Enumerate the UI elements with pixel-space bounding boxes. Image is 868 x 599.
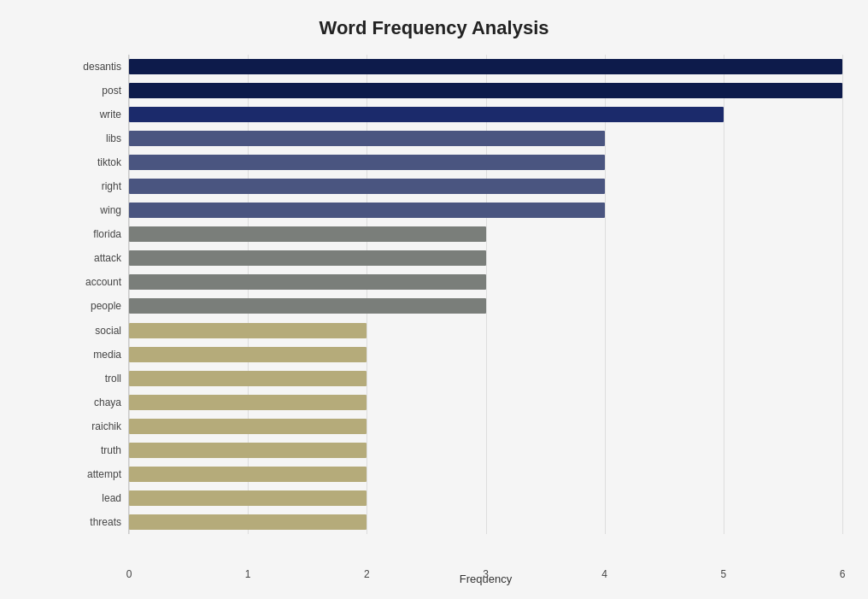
y-label: threats — [68, 517, 121, 527]
bar-row — [129, 369, 842, 388]
bar — [129, 467, 367, 482]
y-label: florida — [68, 229, 121, 239]
bar-row — [129, 465, 842, 484]
y-label: right — [68, 181, 121, 191]
grid-line — [724, 55, 724, 534]
bar-row — [129, 225, 842, 244]
grid-line — [486, 55, 487, 534]
x-tick-label: 6 — [840, 568, 846, 580]
y-label: account — [68, 277, 121, 287]
bar-row — [129, 489, 842, 508]
bar — [129, 226, 486, 242]
grid-line — [367, 55, 367, 534]
bar — [129, 298, 486, 314]
x-tick-label: 2 — [364, 568, 370, 580]
chart-area: desantispostwritelibstiktokrightwingflor… — [68, 55, 842, 534]
bar — [129, 179, 605, 194]
y-label: libs — [68, 133, 121, 144]
bar — [129, 107, 724, 122]
bar-row — [129, 273, 842, 291]
bar — [129, 323, 367, 338]
y-label: tiktok — [68, 157, 121, 167]
chart-title: Word Frequency Analysis — [26, 17, 842, 39]
bar-row — [129, 129, 842, 148]
bar-row — [129, 417, 842, 436]
bar-row — [129, 105, 842, 124]
y-label: troll — [68, 373, 121, 384]
grid-lines — [129, 55, 842, 534]
bar — [129, 347, 367, 362]
y-label: chaya — [68, 397, 121, 408]
y-label: media — [68, 349, 121, 360]
bar-row — [129, 297, 842, 315]
y-label: social — [68, 326, 121, 336]
x-tick-label: 5 — [720, 568, 726, 580]
chart-container: Word Frequency Analysis desantispostwrit… — [0, 0, 868, 599]
y-label: raichik — [68, 421, 121, 432]
y-label: truth — [68, 445, 121, 455]
bar — [129, 59, 842, 74]
bar-row — [129, 153, 842, 172]
bar — [129, 395, 367, 410]
y-label: write — [68, 109, 121, 120]
bar-row — [129, 249, 842, 267]
bar-row — [129, 441, 842, 460]
y-label: lead — [68, 493, 121, 503]
bar-row — [129, 393, 842, 412]
x-tick-label: 0 — [126, 568, 132, 580]
bar-row — [129, 201, 842, 220]
bar — [129, 83, 842, 98]
bar — [129, 131, 605, 146]
y-label: people — [68, 301, 121, 311]
x-axis-title: Frequency — [460, 573, 512, 585]
grid-line — [842, 55, 843, 534]
grid-line — [605, 55, 606, 534]
y-label: attack — [68, 253, 121, 263]
grid-line — [248, 55, 249, 534]
bar — [129, 371, 367, 386]
bar-row — [129, 321, 842, 340]
bar-row — [129, 177, 842, 196]
bar-row — [129, 57, 842, 76]
x-tick-label: 1 — [245, 568, 251, 580]
bar-row — [129, 513, 842, 531]
bar — [129, 250, 486, 266]
bar — [129, 419, 367, 434]
bar-row — [129, 81, 842, 100]
y-label: wing — [68, 205, 121, 215]
bar — [129, 443, 367, 458]
bar — [129, 490, 367, 506]
y-label: attempt — [68, 469, 121, 479]
x-tick-label: 4 — [601, 568, 607, 580]
y-labels: desantispostwritelibstiktokrightwingflor… — [68, 55, 128, 534]
plot-area: 0123456 Frequency — [128, 55, 842, 534]
bar — [129, 514, 367, 530]
bar — [129, 203, 605, 218]
bar-row — [129, 345, 842, 364]
grid-line — [129, 55, 130, 534]
y-label: post — [68, 85, 121, 96]
y-label: desantis — [68, 62, 121, 72]
bar — [129, 155, 605, 170]
bar — [129, 274, 486, 290]
